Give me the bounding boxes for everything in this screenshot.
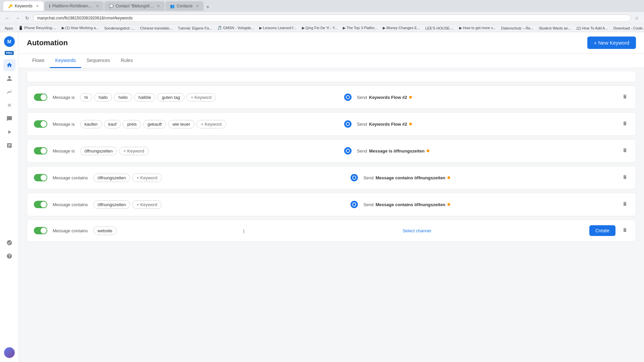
keyword-row-website: Message contains website | Select channe… — [27, 220, 636, 242]
tags-offnungszeiten-is: öffnungszeiten + Keyword — [80, 147, 339, 155]
cursor-indicator: | — [243, 228, 244, 233]
bookmark-lessons[interactable]: ▶ Lessons Learned f... — [258, 25, 298, 31]
bookmark-button[interactable]: ☆ — [633, 15, 641, 21]
tab-contacts[interactable]: 👥 Contacts ✕ — [165, 1, 204, 11]
condition-offnungszeiten-c1: Message contains — [53, 175, 88, 180]
tag-hallo: hallo — [94, 93, 112, 102]
status-dot-offnungszeiten-c2 — [447, 203, 450, 206]
tab-flows[interactable]: Flows — [27, 54, 50, 68]
condition-offnungszeiten-c2: Message contains — [53, 202, 88, 207]
tab-rules[interactable]: Rules — [115, 54, 138, 68]
address-bar[interactable] — [33, 14, 631, 22]
delete-hello[interactable] — [621, 93, 629, 102]
keyword-row-offnungszeiten-is: Message is öffnungszeiten + Keyword Send… — [27, 139, 636, 163]
flow-name-offnungszeiten-is: Message is öffnungszeiten — [369, 148, 424, 154]
bookmark-how-working[interactable]: ▶ (1) How Working a... — [60, 25, 100, 31]
add-keyword-hello[interactable]: + Keyword — [186, 93, 216, 102]
back-button[interactable]: ← — [3, 15, 11, 21]
bookmark-download[interactable]: Download - Cooki... — [612, 26, 644, 31]
keyword-row-offnungszeiten-contains2: Message contains öffnungszeiten + Keywor… — [27, 193, 636, 216]
sidebar-icon-help[interactable] — [3, 250, 15, 262]
bookmark-qing[interactable]: ▶ Qing Fei De Yi - Y... — [301, 25, 339, 31]
sidebar-icon-contacts[interactable] — [3, 72, 15, 84]
tab-keywords[interactable]: Keywords — [50, 54, 81, 68]
bookmark-howtoadd[interactable]: (2) How To Add A... — [575, 26, 609, 31]
new-keyword-button[interactable]: + New Keyword — [587, 37, 636, 49]
keyword-row-kaufen: Message is kaufen kauf preis gekauft wie… — [27, 112, 636, 136]
bookmark-lee[interactable]: LEE'S HOUSE-... — [424, 26, 455, 31]
tags-website: website — [93, 227, 238, 235]
delete-website[interactable] — [621, 226, 629, 235]
bookmark-datenschutz[interactable]: Datenschutz – Re... — [500, 26, 535, 31]
new-tab-button[interactable]: + — [204, 3, 211, 11]
status-dot-kaufen — [409, 123, 412, 125]
toggle-offnungszeiten-is[interactable] — [34, 147, 47, 155]
channel-icon-inner-4 — [352, 176, 356, 180]
forward-button[interactable]: → — [13, 15, 21, 21]
sidebar-icon-settings[interactable] — [3, 237, 15, 249]
delete-offnungszeiten-c1[interactable] — [621, 173, 629, 182]
condition-offnungszeiten-is: Message is — [53, 148, 75, 154]
toggle-offnungszeiten-c1[interactable] — [34, 174, 47, 181]
tab-close-contact[interactable]: ✕ — [157, 4, 160, 8]
bookmark-howmore[interactable]: ▶ How to get more v... — [458, 25, 497, 31]
toggle-offnungszeiten-c2[interactable] — [34, 201, 47, 208]
tab-close-keywords[interactable]: ✕ — [36, 4, 39, 8]
channel-icon-offnungszeiten-is — [344, 147, 352, 155]
bookmark-gmsn[interactable]: 🎵 GMSN - Vologda... — [216, 25, 255, 31]
bookmark-apps[interactable]: Apps — [3, 26, 14, 31]
channel-icon-inner-2 — [346, 122, 350, 126]
tab-contact[interactable]: 💬 Contact "Bildungsfirma" thro... ✕ — [104, 1, 165, 11]
add-keyword-offnungszeiten-c1[interactable]: + Keyword — [132, 174, 162, 182]
sidebar-icon-automation[interactable] — [3, 126, 15, 138]
sidebar-icon-analytics[interactable] — [3, 139, 15, 152]
browser-tabs: 🔑 Keywords ✕ ℹ Plattform-Richtlinien – Ü… — [3, 1, 211, 11]
delete-offnungszeiten-c2[interactable] — [621, 200, 629, 209]
tags-hello: hi hallo hello hallöle guten tag + Keywo… — [80, 93, 339, 102]
delete-offnungszeiten-is[interactable] — [621, 146, 629, 156]
add-keyword-offnungszeiten-c2[interactable]: + Keyword — [132, 200, 162, 209]
bookmark-student[interactable]: Student Wants an... — [537, 26, 572, 31]
refresh-button[interactable]: ↻ — [23, 15, 31, 21]
sidebar-icon-growth[interactable] — [3, 86, 15, 98]
delete-kaufen[interactable] — [621, 119, 629, 129]
sidebar-icon-home[interactable] — [3, 59, 15, 71]
tab-keywords[interactable]: 🔑 Keywords ✕ — [3, 1, 44, 11]
bookmark-chinese[interactable]: Chinese translatio... — [139, 26, 174, 31]
add-keyword-kaufen[interactable]: + Keyword — [197, 120, 226, 128]
sidebar-icon-chat[interactable] — [3, 113, 15, 125]
tab-plattform[interactable]: ℹ Plattform-Richtlinien – Übers... ✕ — [44, 1, 104, 11]
bookmark-top3[interactable]: ▶ The Top 3 Platfor... — [341, 25, 379, 31]
send-label-hello: Send — [357, 95, 367, 100]
send-action-hello: Send Keywords Flow #2 — [357, 95, 615, 100]
send-label-offnungszeiten-is: Send — [357, 148, 367, 154]
tag-hello: hello — [114, 93, 132, 102]
user-avatar[interactable] — [4, 347, 15, 358]
tag-website: website — [93, 227, 117, 235]
tab-close-contacts[interactable]: ✕ — [196, 4, 199, 8]
select-channel-button[interactable]: Select channel — [400, 227, 434, 235]
keyword-row-offnungszeiten-contains1: Message contains öffnungszeiten + Keywor… — [27, 166, 636, 189]
add-keyword-offnungszeiten-is[interactable]: + Keyword — [119, 147, 149, 155]
send-label-offnungszeiten-c2: Send — [363, 202, 373, 207]
toggle-hello[interactable] — [34, 94, 47, 101]
toggle-website[interactable] — [34, 227, 47, 234]
bookmark-tutorial[interactable]: Tutorial: Eigene Fa... — [176, 26, 213, 31]
bookmark-phone[interactable]: 📱 Phone Recycling-... — [17, 25, 57, 31]
bookmark-money[interactable]: ▶ Money Changes E... — [381, 25, 421, 31]
channel-icon-inner — [346, 95, 350, 99]
status-dot-offnungszeiten-is — [427, 149, 429, 152]
tag-offnungszeiten-c2: öffnungszeiten — [93, 200, 130, 209]
tags-offnungszeiten-c2: öffnungszeiten + Keyword — [93, 200, 345, 209]
sidebar-icon-integrations[interactable] — [3, 99, 15, 111]
channel-icon-offnungszeiten-c1 — [351, 174, 358, 181]
browser-nav: ← → ↻ ☆ — [0, 12, 644, 24]
channel-icon-hello — [344, 94, 352, 101]
bookmark-sonder[interactable]: Sonderangebot: ... — [103, 26, 136, 31]
flow-name-offnungszeiten-c1: Message contains öffnungszeiten — [376, 175, 445, 180]
tab-close-plattform[interactable]: ✕ — [96, 4, 99, 8]
create-button[interactable]: Create — [589, 225, 615, 236]
tab-sequences[interactable]: Sequences — [81, 54, 115, 68]
toggle-kaufen[interactable] — [34, 120, 47, 128]
app-header: Automation + New Keyword — [19, 32, 644, 54]
